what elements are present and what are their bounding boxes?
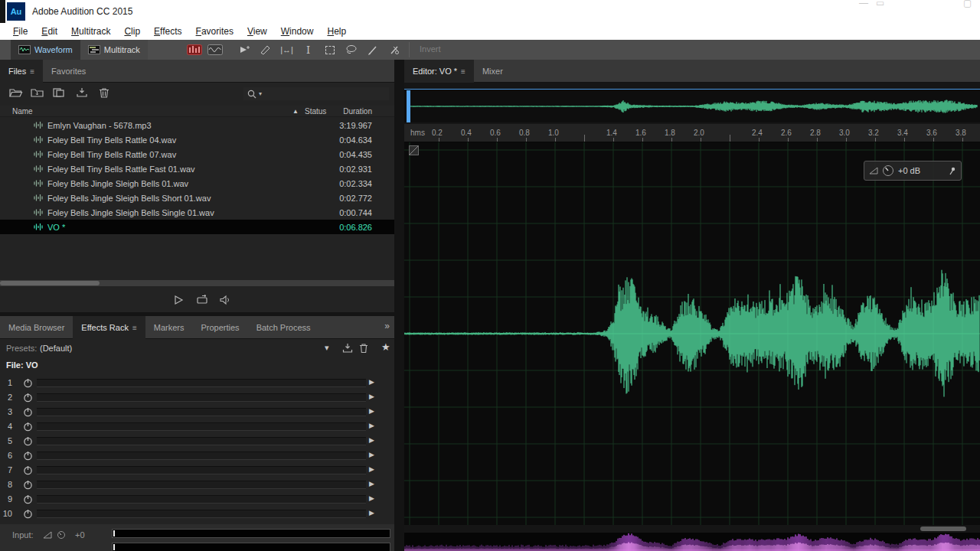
- waveform-display-icon[interactable]: [207, 44, 224, 56]
- razor-tool-icon[interactable]: [256, 41, 275, 58]
- tab-files[interactable]: Files ≡: [0, 60, 43, 83]
- tab-properties[interactable]: Properties: [192, 316, 247, 339]
- menu-item-help[interactable]: Help: [320, 26, 353, 37]
- close-icon[interactable]: ▢: [963, 0, 972, 8]
- lasso-selection-tool-icon[interactable]: [341, 41, 361, 58]
- power-icon[interactable]: [23, 378, 33, 388]
- power-icon[interactable]: [23, 480, 33, 490]
- slot-arrow-icon[interactable]: ▶: [369, 451, 374, 458]
- rack-slot-row[interactable]: 3▶: [0, 405, 394, 419]
- slot-field[interactable]: [37, 422, 366, 431]
- spectral-display-icon[interactable]: [186, 44, 203, 56]
- search-dropdown-icon[interactable]: ▾: [259, 90, 262, 97]
- preset-save-icon[interactable]: [341, 343, 354, 354]
- spectral-display[interactable]: [404, 533, 980, 551]
- tab-favorites[interactable]: Favorites: [43, 60, 94, 83]
- panel-menu-icon[interactable]: ≡: [132, 324, 137, 332]
- menu-item-file[interactable]: File: [6, 26, 34, 37]
- slot-field[interactable]: [37, 510, 366, 518]
- slot-field[interactable]: [37, 495, 366, 504]
- waveform-view-button[interactable]: Waveform: [11, 40, 80, 60]
- rack-slot-row[interactable]: 6▶: [0, 448, 394, 463]
- volume-hud[interactable]: +0 dB: [864, 161, 962, 181]
- power-icon[interactable]: [23, 509, 33, 519]
- rack-slot-row[interactable]: 5▶: [0, 434, 394, 448]
- slot-field[interactable]: [37, 379, 366, 387]
- autoplay-speaker-icon[interactable]: [219, 295, 231, 305]
- slot-arrow-icon[interactable]: ▶: [369, 393, 374, 400]
- maximize-icon[interactable]: ▭: [876, 0, 884, 8]
- slot-arrow-icon[interactable]: ▶: [369, 436, 374, 444]
- power-icon[interactable]: [23, 422, 33, 432]
- spot-healing-brush-tool-icon[interactable]: [384, 41, 403, 58]
- column-duration[interactable]: Duration: [343, 107, 372, 116]
- slip-tool-icon[interactable]: |↔|: [277, 41, 296, 58]
- power-icon[interactable]: [23, 407, 33, 417]
- hud-pin-icon[interactable]: [947, 166, 956, 175]
- overview-strip[interactable]: [404, 89, 980, 122]
- rack-slot-row[interactable]: 4▶: [0, 419, 394, 434]
- slot-arrow-icon[interactable]: ▶: [369, 465, 374, 473]
- slot-field[interactable]: [37, 481, 366, 489]
- power-icon[interactable]: [23, 393, 33, 403]
- invert-button[interactable]: Invert: [420, 44, 441, 54]
- rack-slot-row[interactable]: 1▶: [0, 376, 394, 390]
- rack-slot-row[interactable]: 2▶: [0, 390, 394, 405]
- open-file-icon[interactable]: [9, 87, 24, 99]
- sort-asc-icon[interactable]: ▲: [292, 108, 299, 115]
- rack-slot-row[interactable]: 8▶: [0, 478, 394, 492]
- save-export-icon[interactable]: [75, 87, 90, 99]
- file-row[interactable]: Foley Bells Jingle Sleigh Bells 01.wav 0…: [0, 176, 394, 191]
- scrollbar-thumb[interactable]: [920, 527, 966, 531]
- rack-slot-row[interactable]: 9▶: [0, 492, 394, 507]
- menu-item-multitrack[interactable]: Multitrack: [64, 26, 117, 37]
- column-name[interactable]: Name: [12, 107, 33, 116]
- menu-item-edit[interactable]: Edit: [34, 26, 64, 37]
- slot-field[interactable]: [37, 452, 366, 460]
- input-knob-icon[interactable]: [57, 530, 66, 540]
- tab-mixer[interactable]: Mixer: [474, 60, 511, 83]
- scrollbar-thumb[interactable]: [0, 281, 100, 285]
- file-row[interactable]: Foley Bell Tiny Bells Rattle 07.wav 0:04…: [0, 147, 394, 161]
- slot-field[interactable]: [37, 393, 366, 402]
- overview-range-handle[interactable]: [407, 90, 410, 122]
- waveform-display[interactable]: +0 dB: [404, 142, 980, 525]
- preset-dropdown-icon[interactable]: ▾: [325, 343, 329, 353]
- hud-knob-icon[interactable]: [882, 165, 894, 177]
- menu-item-effects[interactable]: Effects: [147, 26, 188, 37]
- tab-batch-process[interactable]: Batch Process: [248, 316, 319, 339]
- rack-slot-row[interactable]: 7▶: [0, 463, 394, 478]
- panel-menu-icon[interactable]: ≡: [461, 67, 466, 76]
- tab-effects-rack[interactable]: Effects Rack ≡: [73, 316, 145, 339]
- loop-playback-icon[interactable]: [196, 295, 208, 305]
- rack-slot-row[interactable]: 10▶: [0, 507, 394, 521]
- editor-horizontal-scrollbar[interactable]: [404, 525, 980, 533]
- timeline-ruler[interactable]: hms 0.20.40.60.81.01.41.61.82.02.42.62.8…: [404, 124, 980, 142]
- slot-field[interactable]: [37, 437, 366, 445]
- move-tool-icon[interactable]: [234, 41, 253, 58]
- paintbrush-selection-tool-icon[interactable]: [363, 41, 382, 58]
- multitrack-view-button[interactable]: Multitrack: [80, 40, 148, 60]
- slot-arrow-icon[interactable]: ▶: [369, 378, 374, 386]
- tab-overflow-icon[interactable]: »: [384, 321, 390, 331]
- file-row[interactable]: Emlyn Vaughan - 5678.mp3 3:19.967: [0, 118, 394, 132]
- new-file-icon[interactable]: [52, 87, 67, 99]
- preset-value[interactable]: (Default): [40, 344, 72, 353]
- search-input[interactable]: ▾: [243, 87, 389, 100]
- power-icon[interactable]: [23, 465, 33, 475]
- trash-icon[interactable]: [98, 87, 113, 99]
- import-file-icon[interactable]: [31, 87, 46, 99]
- panel-menu-icon[interactable]: ≡: [30, 67, 34, 76]
- file-row[interactable]: Foley Bell Tiny Bells Rattle 04.wav 0:04…: [0, 132, 394, 147]
- time-selection-tool-icon[interactable]: I: [299, 41, 318, 58]
- menu-item-favorites[interactable]: Favorites: [189, 26, 240, 37]
- menu-item-clip[interactable]: Clip: [117, 26, 147, 37]
- files-horizontal-scrollbar[interactable]: [0, 280, 394, 286]
- tab-markers[interactable]: Markers: [145, 316, 193, 339]
- play-icon[interactable]: [173, 295, 184, 305]
- tab-media-browser[interactable]: Media Browser: [0, 316, 73, 339]
- tab-editor[interactable]: Editor: VO * ≡: [404, 60, 474, 83]
- menu-item-view[interactable]: View: [240, 26, 274, 37]
- slot-arrow-icon[interactable]: ▶: [369, 494, 374, 502]
- favorite-star-icon[interactable]: ★: [381, 341, 390, 353]
